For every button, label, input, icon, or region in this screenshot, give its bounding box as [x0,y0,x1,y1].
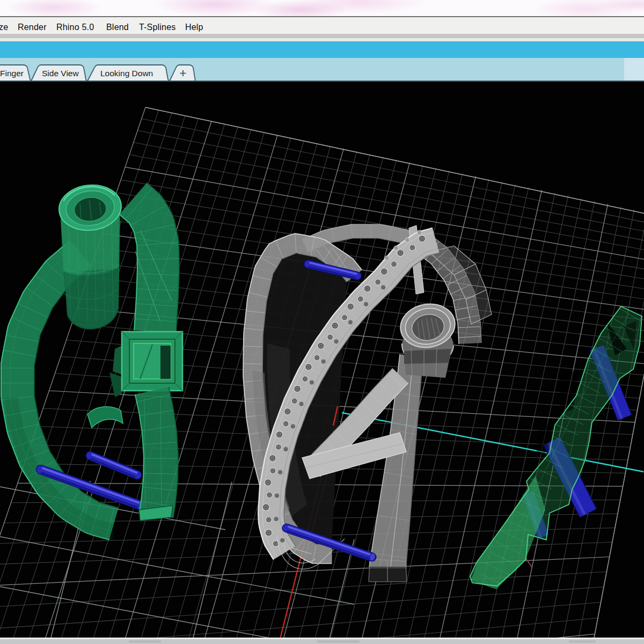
svg-text:Looking Down: Looking Down [100,69,153,78]
svg-text:Finger: Finger [0,69,24,78]
svg-text:Side View: Side View [42,69,79,78]
